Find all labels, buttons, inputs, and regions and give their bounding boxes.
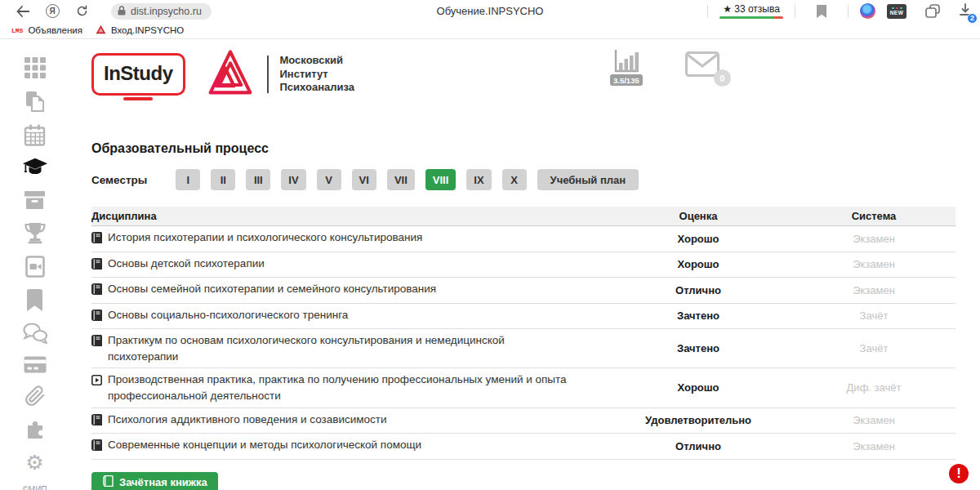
mip-favicon: [96, 23, 106, 38]
gradebook-button[interactable]: Зачётная книжка: [91, 472, 218, 490]
table-header: Дисциплина Оценка Система: [91, 207, 956, 226]
mail-count-badge: 0: [714, 69, 731, 87]
system-value: Экзамен: [792, 255, 956, 274]
lock-icon: [118, 4, 126, 19]
system-value: Экзамен: [792, 281, 956, 300]
documents-icon[interactable]: [23, 91, 47, 112]
address-bar[interactable]: dist.inpsycho.ru: [111, 3, 212, 20]
dashboard-grid-icon[interactable]: [23, 57, 47, 78]
semesters-label: Семестры: [91, 174, 147, 186]
grade-value: Отлично: [604, 437, 792, 456]
video-document-icon[interactable]: [23, 256, 47, 277]
bookmarks-bar: LMS Объявления Вход.INPSYCHO: [0, 22, 980, 39]
bookmark-flag-icon[interactable]: [813, 2, 831, 20]
extension-circle-icon[interactable]: [860, 3, 875, 19]
semester-button-8-active[interactable]: VIII: [425, 169, 457, 190]
book-icon: [91, 283, 102, 300]
settings-gear-icon[interactable]: ⚙: [23, 452, 47, 473]
downloads-count-badge: 2: [967, 13, 978, 24]
divider: [795, 5, 795, 18]
bookmark-icon[interactable]: [23, 289, 47, 310]
bookmark-announcements[interactable]: LMS Объявления: [8, 25, 86, 35]
semester-button-10[interactable]: X: [502, 169, 527, 190]
collections-icon[interactable]: [924, 2, 942, 20]
calendar-icon[interactable]: [23, 124, 47, 145]
system-value: Зачёт: [792, 339, 956, 358]
table-row: Основы семейной психотерапии и семейного…: [91, 278, 956, 304]
divider: [707, 5, 708, 18]
archive-box-icon[interactable]: [23, 190, 47, 210]
system-value: Экзамен: [792, 229, 956, 248]
system-value: Зачёт: [792, 306, 956, 325]
curriculum-button[interactable]: Учебный план: [537, 169, 639, 190]
alert-exclamation-icon[interactable]: !: [949, 464, 969, 483]
grades-table: Дисциплина Оценка Система История психот…: [91, 207, 956, 460]
book-icon: [91, 310, 102, 326]
instudy-logo[interactable]: InStudy: [91, 53, 185, 96]
paperclip-icon[interactable]: [23, 385, 47, 407]
semester-button-2[interactable]: II: [211, 169, 235, 190]
grade-value: Зачтено: [604, 339, 792, 358]
grade-value: Хорошо: [604, 255, 792, 274]
table-row: История психотерапии и психологического …: [91, 226, 956, 252]
profile-icon[interactable]: Я: [43, 2, 61, 20]
downloads-icon[interactable]: 2: [959, 3, 972, 20]
grade-value: Удовлетворительно: [604, 411, 792, 430]
main-content: InStudy Московский Институт Психоанализа: [69, 39, 980, 490]
divider: [848, 5, 849, 18]
site-reviews[interactable]: ★ 33 отзыва: [719, 3, 783, 19]
semester-button-7[interactable]: VII: [387, 169, 415, 190]
education-graduation-icon[interactable]: [23, 158, 47, 178]
table-row: Основы социально-психологического тренин…: [91, 304, 956, 330]
score-badge: 3.5/135: [610, 74, 643, 86]
header-stats: 3.5/135 0: [610, 49, 719, 86]
chat-icon[interactable]: [23, 323, 47, 344]
bookmark-login[interactable]: Вход.INPSYCHO: [92, 23, 187, 38]
payment-card-icon[interactable]: [23, 356, 47, 373]
book-icon: [91, 414, 102, 430]
gradebook-book-icon: [102, 475, 114, 489]
grade-value: Зачтено: [604, 306, 792, 325]
table-row: Основы детской психотерапии Хорошо Экзам…: [91, 252, 956, 278]
browser-chrome: Я dist.inpsycho.ru Обучение.INPSYCHO ★ 3…: [0, 0, 980, 39]
book-icon: [91, 232, 102, 248]
grade-value: Хорошо: [604, 378, 792, 397]
table-row: Практикум по основам психологического ко…: [91, 329, 956, 368]
play-icon: [91, 374, 102, 390]
left-sidebar: ⚙ ©МИП: [0, 39, 69, 490]
new-extension-icon[interactable]: NEW: [887, 4, 906, 19]
semesters-row: Семестры I II III IV V VI VII VIII IX X …: [91, 169, 956, 190]
refresh-icon[interactable]: [73, 2, 91, 20]
trophy-icon[interactable]: [23, 222, 47, 243]
reviews-rating-bar: [719, 16, 783, 19]
semester-button-4[interactable]: IV: [281, 169, 305, 190]
semester-button-3[interactable]: III: [246, 169, 270, 190]
grade-value: Отлично: [604, 281, 792, 300]
book-icon: [91, 335, 102, 351]
semester-button-1[interactable]: I: [176, 169, 200, 190]
lms-favicon: LMS: [11, 27, 23, 34]
table-row: Производственная практика, практика по п…: [91, 368, 956, 408]
semester-button-5[interactable]: V: [317, 169, 341, 190]
back-icon[interactable]: [14, 2, 32, 20]
grade-value: Хорошо: [604, 229, 792, 248]
table-row: Психология аддиктивного поведения и соза…: [91, 408, 956, 434]
mip-triangle-logo: [207, 50, 254, 99]
book-icon: [91, 258, 102, 274]
institute-name: Московский Институт Психоанализа: [280, 54, 355, 96]
table-row: Современные концепции и методы психологи…: [91, 434, 956, 460]
book-icon: [91, 439, 102, 456]
page-header: InStudy Московский Институт Психоанализа: [91, 47, 956, 101]
copyright-label: ©МИП: [22, 485, 47, 490]
performance-chart-icon[interactable]: 3.5/135: [610, 49, 643, 86]
system-value: Экзамен: [792, 437, 956, 456]
page-title: Образовательный процесс: [91, 141, 956, 156]
semester-button-6[interactable]: VI: [352, 169, 376, 190]
semester-button-9[interactable]: IX: [466, 169, 491, 190]
mail-icon[interactable]: 0: [685, 51, 719, 80]
puzzle-icon[interactable]: [23, 419, 47, 440]
system-value: Экзамен: [792, 411, 956, 430]
logo-divider: [267, 56, 269, 93]
url-text: dist.inpsycho.ru: [131, 6, 202, 17]
system-value: Диф. зачёт: [792, 378, 956, 397]
